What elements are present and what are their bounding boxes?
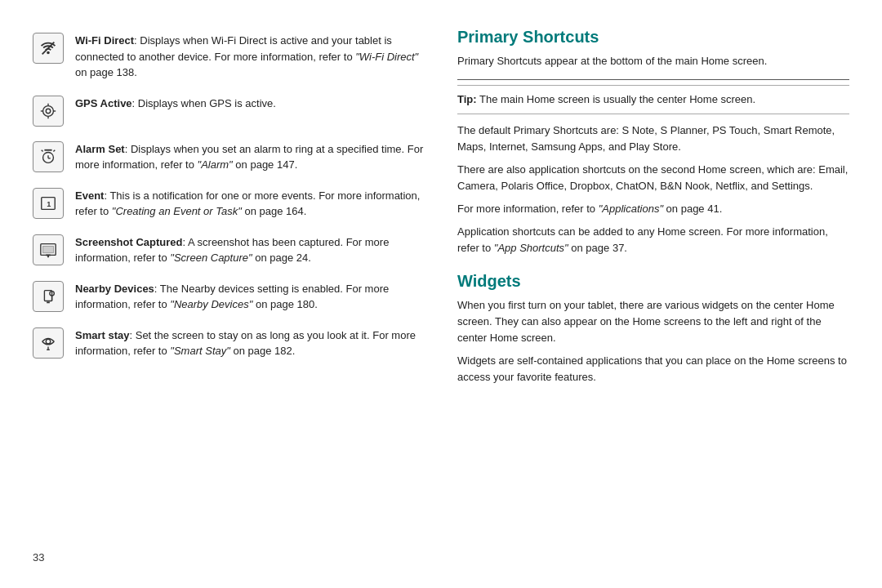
svg-point-2 <box>43 105 54 116</box>
primary-shortcuts-intro: Primary Shortcuts appear at the bottom o… <box>457 53 849 69</box>
smartstay-icon <box>33 327 64 359</box>
primary-para4: Application shortcuts can be added to an… <box>457 224 849 256</box>
primary-shortcuts-title: Primary Shortcuts <box>457 28 849 47</box>
page: Wi-Fi Direct: Displays when Wi-Fi Direct… <box>0 0 882 588</box>
smartstay-text: Smart stay: Set the screen to stay on as… <box>75 327 425 359</box>
list-item: Smart stay: Set the screen to stay on as… <box>33 327 425 359</box>
screenshot-text: Screenshot Captured: A screenshot has be… <box>75 234 425 266</box>
right-column: Primary Shortcuts Primary Shortcuts appe… <box>457 24 849 564</box>
nearby-text: Nearby Devices: The Nearby devices setti… <box>75 281 425 313</box>
tip-text: Tip: The main Home screen is usually the… <box>457 93 755 105</box>
primary-para2: There are also application shortcuts on … <box>457 162 849 194</box>
event-bold: Event <box>75 189 104 202</box>
gps-desc: : Displays when GPS is active. <box>132 97 276 109</box>
divider <box>457 79 849 80</box>
alarm-bold: Alarm Set <box>75 143 125 155</box>
widgets-para2: Widgets are self-contained applications … <box>457 353 849 385</box>
svg-point-23 <box>46 339 51 344</box>
tip-box: Tip: The main Home screen is usually the… <box>457 85 849 114</box>
list-item: Nearby Devices: The Nearby devices setti… <box>33 281 425 313</box>
wifi-direct-bold: Wi-Fi Direct <box>75 34 134 47</box>
event-text: Event: This is a notification for one or… <box>75 188 425 220</box>
svg-text:1: 1 <box>47 199 51 207</box>
widgets-title: Widgets <box>457 272 849 291</box>
list-item: 1 Event: This is a notification for one … <box>33 188 425 220</box>
alarm-desc: : Displays when you set an alarm to ring… <box>75 143 423 172</box>
primary-para1: The default Primary Shortcuts are: S Not… <box>457 122 849 155</box>
primary-para3: For more information, refer to "Applicat… <box>457 201 849 217</box>
list-item: Wi-Fi Direct: Displays when Wi-Fi Direct… <box>33 33 425 81</box>
screenshot-bold: Screenshot Captured <box>75 236 182 248</box>
svg-rect-16 <box>43 246 54 252</box>
widgets-para1: When you first turn on your tablet, ther… <box>457 297 849 346</box>
nearby-bold: Nearby Devices <box>75 283 154 295</box>
wifi-direct-text: Wi-Fi Direct: Displays when Wi-Fi Direct… <box>75 33 425 81</box>
left-column: Wi-Fi Direct: Displays when Wi-Fi Direct… <box>33 24 425 564</box>
alarm-icon <box>33 141 64 172</box>
gps-icon <box>33 96 64 127</box>
screenshot-icon <box>33 234 64 265</box>
svg-line-11 <box>53 149 55 151</box>
list-item: GPS Active: Displays when GPS is active. <box>33 96 425 127</box>
smartstay-bold: Smart stay <box>75 329 129 341</box>
svg-point-1 <box>46 109 51 114</box>
svg-line-10 <box>42 149 43 151</box>
gps-bold: GPS Active <box>75 97 132 109</box>
alarm-text: Alarm Set: Displays when you set an alar… <box>75 141 425 173</box>
nearby-icon <box>33 281 64 312</box>
list-item: Alarm Set: Displays when you set an alar… <box>33 141 425 173</box>
page-number: 33 <box>33 543 425 564</box>
event-icon: 1 <box>33 188 64 219</box>
wifi-direct-icon <box>33 33 64 64</box>
event-desc: : This is a notification for one or more… <box>75 189 420 218</box>
gps-text: GPS Active: Displays when GPS is active. <box>75 96 425 112</box>
list-item: Screenshot Captured: A screenshot has be… <box>33 234 425 266</box>
tip-bold: Tip: <box>457 93 477 105</box>
